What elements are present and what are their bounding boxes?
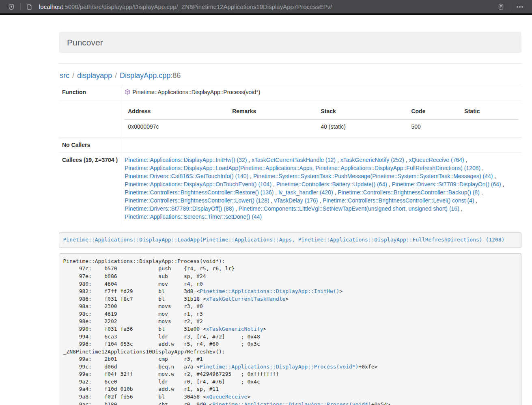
toolbar-right [495, 0, 527, 13]
asm-symbol-link[interactable]: xTaskGetCurrentTaskHandle [206, 296, 286, 302]
callee-link[interactable]: Pinetime::Drivers::St7789::DisplayOff() … [125, 205, 234, 212]
callee-link[interactable]: Pinetime::Applications::DisplayApp::Load… [125, 165, 480, 171]
toolbar-separator [20, 3, 21, 11]
stats-value-row: 0x0000097c 40 (static) 500 [125, 119, 518, 134]
callees-label: Callees (19, Σ=3704 ) [59, 153, 121, 224]
callee-link[interactable]: lv_task_handler (420) [278, 189, 333, 196]
table-row-no-callers: No Callers [59, 138, 521, 153]
browser-toolbar: localhost:5000/path/src/displayapp/Displ… [0, 0, 532, 13]
table-row-function: Function Pinetime::Applications::Display… [59, 85, 521, 101]
loadapp-link[interactable]: Pinetime::Applications::DisplayApp::Load… [63, 237, 505, 243]
callee-link[interactable]: Pinetime::Applications::Screens::Timer::… [125, 213, 262, 220]
callee-link[interactable]: Pinetime::Applications::DisplayApp::OnTo… [125, 181, 271, 187]
stats-header-address: Address [125, 104, 229, 119]
callee-link[interactable]: Pinetime::Components::LittleVgl::SetNewT… [239, 205, 459, 212]
callee-link[interactable]: Pinetime::Drivers::Cst816S::GetTouchInfo… [125, 173, 248, 179]
breadcrumb-link-displayapp[interactable]: displayapp [77, 71, 112, 80]
stats-header-static: Static [461, 104, 518, 119]
stats-value-static [461, 119, 518, 134]
callee-link[interactable]: Pinetime::Applications::DisplayApp::Init… [125, 157, 247, 163]
stats-header-stack: Stack [317, 104, 408, 119]
stats-header-code: Code [408, 104, 461, 119]
callee-link[interactable]: xQueueReceive (764) [409, 157, 464, 163]
callee-link[interactable]: Pinetime::Controllers::BrightnessControl… [338, 189, 479, 196]
function-info-table: Function Pinetime::Applications::Display… [59, 85, 521, 224]
no-callers-label: No Callers [59, 138, 121, 153]
breadcrumb-link-file[interactable]: DisplayApp.cpp [120, 71, 170, 80]
asm-symbol-link[interactable]: xTaskGenericNotify [206, 326, 263, 332]
page-container: Puncover src/displayapp/DisplayApp.cpp:8… [59, 32, 521, 405]
breadcrumb-line-number: :86 [170, 71, 181, 80]
url-path: :5000/path/src/displayapp/DisplayApp.cpp… [63, 3, 332, 10]
callee-link[interactable]: Pinetime::Controllers::BrightnessControl… [125, 197, 269, 204]
function-name-cell: Pinetime::Applications::DisplayApp::Proc… [121, 85, 521, 101]
shield-icon[interactable] [5, 0, 18, 13]
toolbar-left: localhost:5000/path/src/displayapp/Displ… [5, 0, 332, 13]
toolbar-separator [510, 3, 510, 11]
callee-link[interactable]: Pinetime::Controllers::BrightnessControl… [125, 189, 274, 196]
callee-link[interactable]: Pinetime::Controllers::Battery::Update()… [276, 181, 387, 187]
asm-symbol-link[interactable]: Pinetime::Applications::DisplayApp::Proc… [200, 364, 358, 370]
breadcrumb: src/displayapp/DisplayApp.cpp:86 [60, 71, 521, 80]
assembly-block: Pinetime::Applications::DisplayApp::Proc… [59, 253, 521, 405]
url-host: localhost [39, 3, 63, 10]
callee-link[interactable]: xTaskGenericNotify (252) [340, 157, 404, 163]
function-name: Pinetime::Applications::DisplayApp::Proc… [132, 89, 260, 95]
callees-list: Pinetime::Applications::DisplayApp::Init… [121, 153, 521, 224]
stats-value-address: 0x0000097c [125, 119, 229, 134]
stats-cell: Address Remarks Stack Code Static 0x0000… [121, 101, 521, 138]
breadcrumb-link-src[interactable]: src [60, 71, 69, 80]
table-row-stats: Address Remarks Stack Code Static 0x0000… [59, 101, 521, 138]
asm-symbol-link[interactable]: Pinetime::Applications::DisplayApp::Proc… [212, 401, 371, 405]
table-row-callees: Callees (19, Σ=3704 ) Pinetime::Applicat… [59, 153, 521, 224]
loadapp-box: Pinetime::Applications::DisplayApp::Load… [59, 232, 521, 248]
stats-value-code: 500 [408, 119, 461, 134]
breadcrumb-separator: / [72, 71, 74, 80]
page-icon [23, 0, 36, 13]
breadcrumb-separator: / [115, 71, 117, 80]
callee-link[interactable]: Pinetime::Controllers::BrightnessControl… [323, 197, 474, 204]
callee-link[interactable]: xTaskGetCurrentTaskHandle (12) [252, 157, 336, 163]
callee-link[interactable]: vTaskDelay (176) [274, 197, 318, 204]
cube-icon [125, 89, 130, 97]
function-label: Function [59, 85, 121, 101]
asm-symbol-link[interactable]: Pinetime::Applications::DisplayApp::Init… [200, 288, 339, 294]
url-bar[interactable]: localhost:5000/path/src/displayapp/Displ… [39, 3, 332, 10]
assembly-code: Pinetime::Applications::DisplayApp::Proc… [63, 258, 390, 405]
callee-link[interactable]: Pinetime::Drivers::St7789::DisplayOn() (… [392, 181, 501, 187]
no-callers-cell [121, 138, 521, 153]
app-header: Puncover [59, 32, 521, 53]
asm-symbol-link[interactable]: xQueueReceive [206, 394, 248, 400]
stats-value-remarks [229, 119, 317, 134]
reader-mode-icon[interactable] [495, 0, 507, 13]
menu-dots-icon[interactable] [513, 0, 527, 13]
divider [59, 63, 521, 64]
stats-table: Address Remarks Stack Code Static 0x0000… [125, 104, 518, 134]
stats-header-remarks: Remarks [229, 104, 317, 119]
callee-link[interactable]: Pinetime::System::SystemTask::PushMessag… [253, 173, 493, 179]
page-title: Puncover [67, 38, 103, 47]
stats-header-row: Address Remarks Stack Code Static [125, 104, 518, 119]
stats-value-stack: 40 (static) [317, 119, 408, 134]
stats-row-label [59, 101, 121, 138]
toolbar-bottom-border [0, 13, 532, 15]
